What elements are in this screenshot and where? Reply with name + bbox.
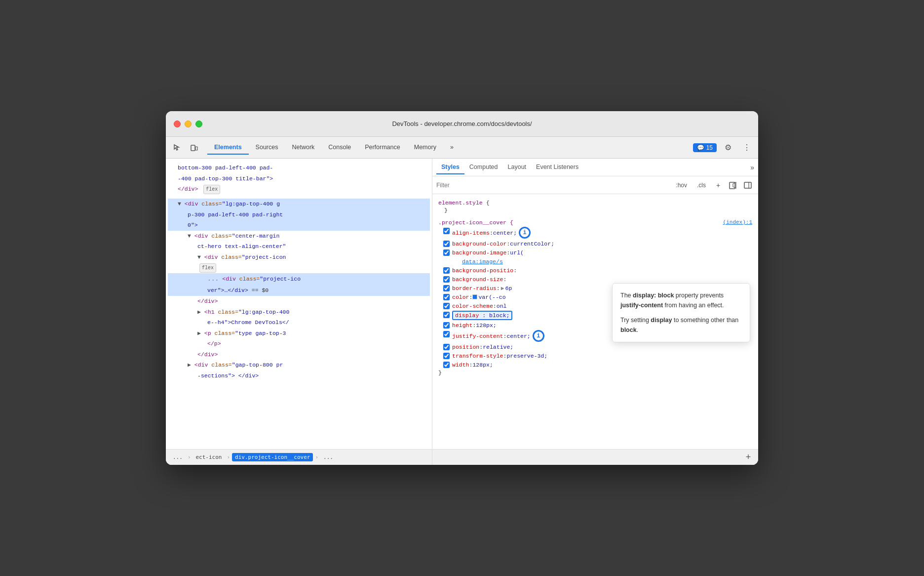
element-style-selector: element.style — [438, 200, 483, 206]
prop-checkbox-justify-content[interactable] — [443, 331, 450, 337]
html-line-selected: 0"> — [168, 220, 430, 231]
hov-button[interactable]: :hov — [672, 181, 691, 190]
minimize-button[interactable] — [185, 121, 192, 127]
prop-checkbox-bg-size[interactable] — [443, 276, 450, 283]
notification-badge[interactable]: 💬 15 — [693, 143, 717, 152]
prop-position: position : relative; — [438, 342, 752, 351]
filter-actions: :hov .cls + — [672, 179, 754, 192]
html-line: ▶ <h1 class="lg:gap-top-400 — [168, 307, 430, 318]
prop-checkbox-color[interactable] — [443, 294, 450, 300]
tab-memory[interactable]: Memory — [407, 141, 443, 155]
html-line-selected: ▼ <div class="lg:gap-top-400 g — [168, 199, 430, 209]
new-style-sheet-button[interactable] — [727, 179, 739, 192]
devtools-window: DevTools - developer.chrome.com/docs/dev… — [166, 111, 758, 465]
html-line: -400 pad-top-300 title-bar"> — [168, 173, 430, 184]
notification-icon: 💬 — [697, 144, 704, 151]
tab-network[interactable]: Network — [285, 141, 321, 155]
menu-button[interactable]: ⋮ — [739, 140, 754, 155]
add-style-button[interactable]: + — [742, 452, 754, 463]
info-icon-align-items[interactable]: i — [519, 227, 531, 239]
prop-background-image: background-image : url( — [438, 248, 752, 257]
breadcrumb-dots[interactable]: ... — [170, 453, 186, 461]
styles-tab-layout[interactable]: Layout — [503, 161, 532, 174]
prop-checkbox-position[interactable] — [443, 344, 450, 350]
prop-checkbox-bg-image[interactable] — [443, 249, 450, 256]
toolbar-tabs: Elements Sources Network Console Perform… — [207, 141, 693, 155]
prop-checkbox-width[interactable] — [443, 362, 450, 368]
html-line: </div> — [168, 349, 430, 360]
styles-more-tabs[interactable]: » — [750, 164, 754, 171]
devtools-toolbar: Elements Sources Network Console Perform… — [166, 137, 758, 159]
html-line: </div> flex — [168, 184, 430, 195]
prop-checkbox-border-radius[interactable] — [443, 285, 450, 291]
prop-checkbox-color-scheme[interactable] — [443, 303, 450, 309]
styles-content[interactable]: element.style { } .project-icon__cover {… — [432, 194, 758, 449]
device-toggle-button[interactable] — [187, 140, 201, 155]
breadcrumb-ect-icon[interactable]: ect-icon — [193, 453, 225, 461]
project-icon-cover-selector: .project-icon__cover { — [438, 219, 513, 226]
tab-elements[interactable]: Elements — [207, 141, 249, 155]
filter-input[interactable] — [436, 182, 668, 189]
info-icon-justify-content[interactable]: i — [533, 330, 544, 342]
window-title: DevTools - developer.chrome.com/docs/dev… — [392, 120, 532, 127]
flex-badge-2[interactable]: flex — [199, 263, 216, 273]
html-line: e--h4">Chrome DevTools</ — [168, 317, 430, 328]
html-line: -sections"> </div> — [168, 370, 430, 381]
color-swatch[interactable] — [472, 294, 477, 299]
elements-content[interactable]: bottom-300 pad-left-400 pad- -400 pad-to… — [166, 159, 432, 449]
prop-bg-image-value: data:image/s — [438, 257, 752, 266]
add-style-rule-button[interactable]: + — [712, 179, 725, 192]
styles-panel: Styles Computed Layout Event Listeners »… — [432, 159, 758, 465]
elements-panel: bottom-300 pad-left-400 pad- -400 pad-to… — [166, 159, 432, 465]
maximize-button[interactable] — [195, 121, 202, 127]
html-line-selected: p-300 pad-left-400 pad-right — [168, 209, 430, 220]
cls-button[interactable]: .cls — [693, 181, 710, 190]
close-button[interactable] — [174, 121, 181, 127]
styles-tab-computed[interactable]: Computed — [464, 161, 503, 174]
html-line: ▶ <p class="type gap-top-3 — [168, 328, 430, 339]
styles-tab-styles[interactable]: Styles — [436, 161, 464, 174]
html-line: </p> — [168, 338, 430, 349]
prop-transform-style: transform-style : preserve-3d; — [438, 351, 752, 360]
inspect-button[interactable] — [170, 140, 185, 155]
prop-checkbox-height[interactable] — [443, 322, 450, 329]
tab-console[interactable]: Console — [321, 141, 358, 155]
html-line-cover: ver">…</div> == $0 — [168, 285, 430, 296]
html-line: bottom-300 pad-left-400 pad- — [168, 163, 430, 173]
toolbar-icons — [170, 140, 201, 155]
filter-bar: :hov .cls + — [432, 176, 758, 194]
prop-background-size: background-size : — [438, 275, 752, 284]
tab-sources[interactable]: Sources — [249, 141, 285, 155]
prop-checkbox-display[interactable] — [443, 312, 450, 318]
svg-rect-3 — [744, 182, 751, 188]
tab-more[interactable]: » — [443, 141, 461, 155]
breadcrumb-end-dots[interactable]: ... — [320, 453, 336, 461]
devtools-main: bottom-300 pad-left-400 pad- -400 pad-to… — [166, 159, 758, 465]
settings-button[interactable]: ⚙ — [721, 140, 735, 155]
prop-background-position: background-positio : — [438, 266, 752, 275]
display-block-tooltip: The display: block property prevents jus… — [612, 283, 750, 342]
toggle-sidebar-button[interactable] — [741, 179, 754, 192]
styles-tabs: Styles Computed Layout Event Listeners » — [432, 159, 758, 176]
flex-badge[interactable]: flex — [203, 185, 220, 194]
traffic-lights — [174, 121, 202, 127]
svg-rect-1 — [195, 147, 197, 150]
prop-checkbox-align-items[interactable] — [443, 228, 450, 234]
breadcrumb-active[interactable]: div.project-icon__cover — [232, 453, 313, 461]
data-image-link[interactable]: data:image/s — [462, 258, 503, 265]
title-bar: DevTools - developer.chrome.com/docs/dev… — [166, 111, 758, 137]
display-block-value: display : block; — [452, 311, 512, 320]
prop-checkbox-bg-color[interactable] — [443, 241, 450, 247]
style-origin[interactable]: (index):1 — [723, 219, 752, 225]
tab-performance[interactable]: Performance — [358, 141, 407, 155]
html-line: </div> — [168, 296, 430, 307]
breadcrumb: ... › ect-icon › div.project-icon__cover… — [166, 449, 432, 465]
prop-background-color: background-color : currentColor; — [438, 239, 752, 248]
svg-rect-0 — [191, 145, 195, 151]
prop-checkbox-bg-position[interactable] — [443, 267, 450, 274]
html-line: ct-hero text-align-center" — [168, 241, 430, 252]
styles-bottom-bar: + — [432, 449, 758, 465]
notification-count: 15 — [706, 144, 713, 151]
prop-checkbox-transform-style[interactable] — [443, 353, 450, 359]
styles-tab-event-listeners[interactable]: Event Listeners — [531, 161, 583, 174]
